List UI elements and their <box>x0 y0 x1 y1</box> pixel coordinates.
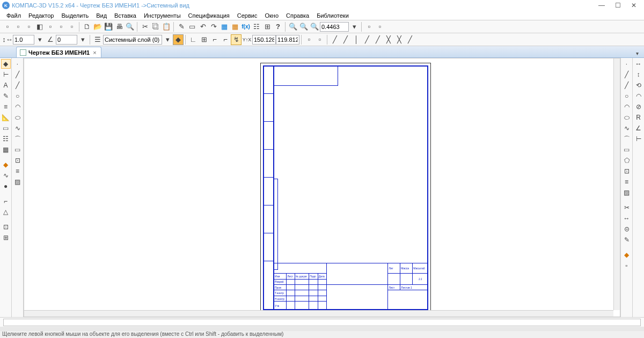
new-icon[interactable]: 🗋 <box>82 21 92 32</box>
tab-close-icon[interactable]: × <box>92 49 97 56</box>
palette-report-icon[interactable]: ▦ <box>1 145 11 155</box>
maximize-button[interactable]: ☐ <box>610 0 626 11</box>
angle-icon[interactable]: ∠ <box>45 34 56 45</box>
snap1-icon[interactable]: ⌐ <box>209 34 220 45</box>
open-icon[interactable]: 📂 <box>92 21 103 32</box>
tb-vars-icon[interactable]: ☷ <box>251 21 262 32</box>
tb-panel5-icon[interactable]: ▫ <box>45 21 56 32</box>
line-style7-icon[interactable]: ╳ <box>394 34 405 45</box>
snap2-icon[interactable]: ⌐ <box>220 34 231 45</box>
r1-poly-icon[interactable]: ⬠ <box>622 156 632 165</box>
r1-hatch-icon[interactable]: ▨ <box>622 188 632 197</box>
tb-win2-icon[interactable]: ▫ <box>375 21 385 32</box>
palette-more1-icon[interactable]: ⊡ <box>1 222 11 232</box>
fx-icon[interactable]: f(x) <box>240 21 251 32</box>
zoom-dropdown-icon[interactable]: ▾ <box>349 21 360 32</box>
layer-dropdown-icon[interactable]: ▾ <box>162 34 173 45</box>
coord-y-input[interactable] <box>276 35 299 45</box>
angle-dropdown-icon[interactable]: ▾ <box>77 34 88 45</box>
menu-insert[interactable]: Вставка <box>111 12 140 19</box>
tab-overflow-icon[interactable]: ▾ <box>634 49 641 57</box>
tb-edit1-icon[interactable]: ✎ <box>176 21 187 32</box>
menu-editor[interactable]: Редактор <box>25 12 57 19</box>
line-style3-icon[interactable]: │ <box>351 34 362 45</box>
layer-combo[interactable] <box>103 35 162 45</box>
preview-icon[interactable]: 🔍 <box>125 21 135 32</box>
line-style2-icon[interactable]: ╱ <box>340 34 351 45</box>
line-style1-icon[interactable]: ╱ <box>330 34 340 45</box>
menu-service[interactable]: Сервис <box>234 12 261 19</box>
r1-point-icon[interactable]: · <box>622 59 632 69</box>
r2-dim8-icon[interactable]: ⊢ <box>634 134 643 144</box>
tb2-misc2-icon[interactable]: ▫ <box>314 34 325 45</box>
r2-dim6-icon[interactable]: R <box>634 113 643 122</box>
menu-spec[interactable]: Спецификация <box>185 12 233 19</box>
print-icon[interactable]: 🖶 <box>114 21 125 32</box>
r2-dim2-icon[interactable]: ↕ <box>634 70 643 79</box>
zoom-out-icon[interactable]: 🔍 <box>298 21 309 32</box>
tool-equid-icon[interactable]: ≡ <box>13 166 23 176</box>
ortho-icon[interactable]: ∟ <box>188 34 199 45</box>
palette-aux2-icon[interactable]: △ <box>1 207 11 217</box>
tool-point-icon[interactable]: · <box>13 59 23 69</box>
undo-icon[interactable]: ↶ <box>197 21 208 32</box>
command-input[interactable] <box>3 319 641 326</box>
palette-measure-icon[interactable]: 📐 <box>1 113 11 122</box>
redo-icon[interactable]: ↷ <box>208 21 219 32</box>
horizontal-scrollbar[interactable] <box>24 310 613 317</box>
r1-arc-icon[interactable]: ◠ <box>622 102 632 112</box>
r1-break-icon[interactable]: ⊝ <box>622 224 632 234</box>
close-button[interactable]: ✕ <box>626 0 642 11</box>
menu-select[interactable]: Выделить <box>58 12 92 19</box>
palette-spec-icon[interactable]: ☷ <box>1 134 11 144</box>
r2-dim3-icon[interactable]: ⟲ <box>634 80 643 90</box>
tool-auxline-icon[interactable]: ╱ <box>13 80 23 90</box>
minimize-button[interactable]: — <box>594 0 610 11</box>
angle-combo[interactable] <box>56 35 77 45</box>
palette-text-icon[interactable]: A <box>1 80 11 90</box>
menu-tools[interactable]: Инструменты <box>141 12 184 19</box>
zoom-in-icon[interactable]: 🔍 <box>288 21 298 32</box>
tb-panel1-icon[interactable]: ▫ <box>2 21 13 32</box>
tb-calc-icon[interactable]: ▦ <box>219 21 230 32</box>
snap3-icon[interactable]: ↯ <box>231 34 241 45</box>
r1-spline-icon[interactable]: ∿ <box>622 123 632 133</box>
tb-lib-icon[interactable]: ▦ <box>230 21 240 32</box>
tb-edit2-icon[interactable]: ▭ <box>187 21 197 32</box>
line-style6-icon[interactable]: ╳ <box>383 34 394 45</box>
palette-dim-icon[interactable]: ⊢ <box>1 70 11 79</box>
r2-dim4-icon[interactable]: ◠ <box>634 91 643 101</box>
step-combo[interactable] <box>13 35 34 45</box>
xy-icon[interactable]: Y↑X <box>241 34 252 45</box>
tb2-misc1-icon[interactable]: ▫ <box>304 34 314 45</box>
menu-help[interactable]: Справка <box>283 12 312 19</box>
tb-cube-icon[interactable]: ◧ <box>34 21 45 32</box>
r1-trim-icon[interactable]: ✂ <box>622 203 632 212</box>
palette-edit-icon[interactable]: ✎ <box>1 91 11 101</box>
r1-equid-icon[interactable]: ≡ <box>622 177 632 187</box>
paste-icon[interactable]: 📋 <box>161 21 172 32</box>
vertical-scrollbar[interactable] <box>613 58 620 310</box>
zoom-fit-icon[interactable]: 🔍 <box>309 21 320 32</box>
line-style8-icon[interactable]: ╱ <box>405 34 415 45</box>
menu-libs[interactable]: Библиотеки <box>313 12 352 19</box>
r1-line-icon[interactable]: ╱ <box>622 70 632 79</box>
palette-aux1-icon[interactable]: ⌐ <box>1 196 11 206</box>
palette-param-icon[interactable]: ≡ <box>1 102 11 112</box>
copy-icon[interactable]: ⿻ <box>150 21 161 32</box>
drawing-canvas[interactable]: Лит Масса Масштаб Изм Лист № докум Подп … <box>24 58 620 317</box>
palette-select-icon[interactable]: ▭ <box>1 123 11 133</box>
tb-win1-icon[interactable]: ▫ <box>364 21 375 32</box>
r1-aux-icon[interactable]: ╱ <box>622 80 632 90</box>
step-dropdown-icon[interactable]: ▾ <box>34 34 45 45</box>
cut-icon[interactable]: ✂ <box>140 21 150 32</box>
palette-geometry-icon[interactable]: ◆ <box>1 59 11 69</box>
tb-panel7-icon[interactable]: ▫ <box>67 21 77 32</box>
r1-extend-icon[interactable]: ↔ <box>622 214 632 223</box>
grid-icon[interactable]: ⊞ <box>199 34 209 45</box>
tool-spline-icon[interactable]: ∿ <box>13 123 23 133</box>
menu-view[interactable]: Вид <box>93 12 110 19</box>
palette-more2-icon[interactable]: ⊞ <box>1 233 11 243</box>
tool-arc-icon[interactable]: ◠ <box>13 102 23 112</box>
help-icon[interactable]: ? <box>273 21 283 32</box>
